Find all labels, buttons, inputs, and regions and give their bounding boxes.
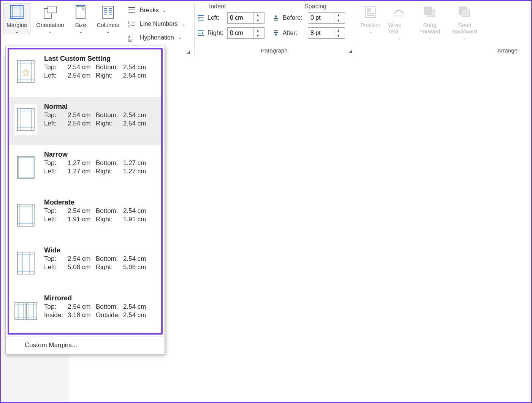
margin-thumb-icon xyxy=(14,296,37,326)
wrap-text-icon xyxy=(392,4,406,20)
send-backward-icon xyxy=(458,4,472,20)
chevron-down-icon: ⌄ xyxy=(15,30,19,34)
paragraph-launcher[interactable]: ◢ xyxy=(348,48,353,54)
option-title: Wide xyxy=(44,246,157,254)
svg-marker-34 xyxy=(274,15,277,17)
columns-button[interactable]: Columns ⌄ xyxy=(93,3,122,34)
svg-text:2: 2 xyxy=(128,24,130,28)
indent-left-input[interactable]: ▲▼ xyxy=(227,12,264,24)
bring-forward-label: Bring Forward xyxy=(415,22,445,35)
margin-option-narrow[interactable]: Narrow Top:1.27 cm Bottom:1.27 cm Left:1… xyxy=(9,145,161,193)
svg-rect-51 xyxy=(424,7,432,14)
margin-thumb-icon xyxy=(14,152,37,182)
orientation-button[interactable]: Orientation ⌄ xyxy=(33,3,68,34)
option-title: Mirrored xyxy=(44,294,157,302)
chevron-down-icon: ⌄ xyxy=(79,30,82,34)
option-title: Last Custom Setting xyxy=(44,55,157,63)
margins-icon xyxy=(9,4,24,20)
indent-left-icon xyxy=(197,14,205,22)
chevron-down-icon: ⌄ xyxy=(397,36,401,40)
spinner-arrows[interactable]: ▲▼ xyxy=(253,13,262,23)
indent-left-label: Left: xyxy=(207,14,219,21)
group-paragraph: Indent Spacing Left: ▲▼ Before: xyxy=(195,3,354,56)
margin-option-normal[interactable]: Normal Top:2.54 cm Bottom:2.54 cm Left:2… xyxy=(9,97,161,145)
breaks-icon xyxy=(127,6,137,14)
svg-rect-0 xyxy=(10,6,23,19)
option-title: Moderate xyxy=(44,198,157,206)
spinner-arrows[interactable]: ▲▼ xyxy=(334,13,342,23)
line-numbers-button[interactable]: 12 Line Numbers ⌄ xyxy=(127,18,185,30)
spacing-before-label: Before: xyxy=(283,14,302,21)
position-icon xyxy=(364,4,377,20)
position-button: Position ⌄ xyxy=(356,3,385,34)
bring-forward-button: Bring Forward ⌄ xyxy=(413,3,446,41)
margin-thumb-icon xyxy=(14,248,37,278)
columns-icon xyxy=(101,4,115,20)
position-label: Position xyxy=(360,22,380,28)
breaks-label: Breaks xyxy=(140,7,159,14)
spacing-before-input[interactable]: ▲▼ xyxy=(308,12,345,24)
line-numbers-label: Line Numbers xyxy=(140,21,178,27)
svg-rect-7 xyxy=(76,7,85,18)
svg-marker-42 xyxy=(274,34,277,36)
svg-rect-6 xyxy=(48,6,56,13)
indent-right-value[interactable] xyxy=(228,28,253,38)
margins-label: Margins xyxy=(6,22,27,28)
indent-header: Indent xyxy=(209,3,226,10)
spinner-arrows[interactable]: ▲▼ xyxy=(253,28,262,38)
margin-option-mirrored[interactable]: Mirrored Top:2.54 cm Bottom:2.54 cm Insi… xyxy=(9,289,161,333)
option-title: Normal xyxy=(44,103,157,111)
spacing-header: Spacing xyxy=(304,3,326,10)
option-title: Narrow xyxy=(44,151,157,159)
columns-label: Columns xyxy=(97,22,119,28)
svg-marker-32 xyxy=(198,17,200,19)
page-setup-launcher[interactable]: ◢ xyxy=(186,49,191,54)
size-icon xyxy=(74,4,87,20)
margin-thumb-icon xyxy=(14,200,37,230)
size-label: Size xyxy=(75,22,86,28)
breaks-button[interactable]: Breaks ⌄ xyxy=(127,5,185,16)
spacing-before-icon xyxy=(272,14,280,22)
margin-option-moderate[interactable]: Moderate Top:2.54 cm Bottom:2.54 cm Left… xyxy=(9,193,161,241)
hyphenation-icon: a-bc xyxy=(127,33,137,42)
bring-forward-icon xyxy=(423,4,437,20)
indent-right-label: Right: xyxy=(207,30,223,36)
chevron-down-icon: ⌄ xyxy=(369,30,372,34)
chevron-down-icon: ⌄ xyxy=(106,30,110,34)
spacing-after-input[interactable]: ▲▼ xyxy=(308,27,345,39)
margins-dropdown: Last Custom Setting Top:2.54 cm Bottom:2… xyxy=(5,46,165,355)
margin-option-last-custom[interactable]: Last Custom Setting Top:2.54 cm Bottom:2… xyxy=(9,49,161,97)
spacing-after-icon xyxy=(272,29,280,37)
hyphenation-label: Hyphenation xyxy=(140,34,174,41)
wrap-text-button: Wrap Text ⌄ xyxy=(387,3,411,41)
line-numbers-icon: 12 xyxy=(127,20,137,28)
chevron-down-icon: ⌄ xyxy=(182,22,185,27)
custom-margins-button[interactable]: Custom Margins... xyxy=(6,336,165,354)
chevron-down-icon: ⌄ xyxy=(428,36,432,40)
hyphenation-button[interactable]: a-bc Hyphenation ⌄ xyxy=(127,32,185,43)
svg-rect-46 xyxy=(367,8,371,12)
wrap-text-label: Wrap Text xyxy=(388,22,410,35)
svg-rect-65 xyxy=(17,156,34,178)
send-backward-label: Send Backward xyxy=(450,22,480,35)
indent-right-input[interactable]: ▲▼ xyxy=(227,27,264,39)
svg-text:1: 1 xyxy=(128,21,130,24)
chevron-down-icon: ⌄ xyxy=(163,8,166,13)
svg-rect-70 xyxy=(17,204,34,226)
spacing-before-value[interactable] xyxy=(308,13,334,23)
spacing-after-label: After: xyxy=(283,30,297,36)
margins-options-highlight: Last Custom Setting Top:2.54 cm Bottom:2… xyxy=(8,48,163,335)
svg-rect-75 xyxy=(17,252,34,274)
group-arrange-label: Arrange xyxy=(356,46,529,55)
orientation-label: Orientation xyxy=(36,22,64,28)
margin-thumb-icon xyxy=(14,56,37,87)
spacing-after-value[interactable] xyxy=(308,28,334,38)
margin-option-wide[interactable]: Wide Top:2.54 cm Bottom:2.54 cm Left:5.0… xyxy=(9,241,161,289)
indent-right-icon xyxy=(197,29,205,37)
margins-button[interactable]: Margins ⌄ xyxy=(3,3,30,34)
spinner-arrows[interactable]: ▲▼ xyxy=(334,28,342,38)
size-button[interactable]: Size ⌄ xyxy=(70,3,91,34)
send-backward-button: Send Backward ⌄ xyxy=(448,3,481,41)
chevron-down-icon: ⌄ xyxy=(463,36,467,40)
indent-left-value[interactable] xyxy=(228,13,253,23)
